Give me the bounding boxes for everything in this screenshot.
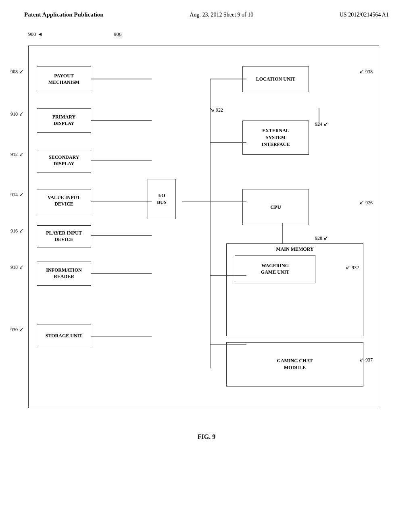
outer-box: PAYOUT MECHANISM 908 ↙ PRIMARY DISPLAY 9… <box>28 46 379 408</box>
header-left: Patent Application Publication <box>24 11 104 18</box>
label-926: ↙ 926 <box>359 199 373 206</box>
value-input-label: VALUE INPUT DEVICE <box>48 195 80 207</box>
gaming-chat-block: GAMING CHAT MODULE <box>226 342 363 387</box>
diagram-area: 900 ◄ 906 ⌒ <box>24 30 389 425</box>
secondary-display-label: SECONDARY DISPLAY <box>49 154 79 167</box>
page-header: Patent Application Publication Aug. 23, … <box>0 0 413 22</box>
primary-display-block: PRIMARY DISPLAY <box>37 108 91 133</box>
io-bus-block: I/O BUS <box>148 179 176 219</box>
external-system-label: EXTERNAL SYSTEM INTERFACE <box>262 127 290 148</box>
main-memory-label: MAIN MEMORY <box>227 246 363 252</box>
location-unit-block: LOCATION UNIT <box>242 66 309 92</box>
page: Patent Application Publication Aug. 23, … <box>0 0 413 532</box>
cpu-label: CPU <box>270 204 281 211</box>
payout-mechanism-block: PAYOUT MECHANISM <box>37 66 91 92</box>
label-914: 914 ↙ <box>10 191 24 198</box>
label-900: 900 ◄ <box>28 31 43 37</box>
storage-unit-label: STORAGE UNIT <box>46 333 82 339</box>
primary-display-label: PRIMARY DISPLAY <box>52 114 76 127</box>
label-928: 928 ↙ <box>315 235 328 241</box>
label-918: 918 ↙ <box>10 264 24 270</box>
io-bus-label: I/O BUS <box>157 192 166 206</box>
secondary-display-block: SECONDARY DISPLAY <box>37 149 91 173</box>
wagering-game-block: WAGERING GAME UNIT <box>235 255 315 283</box>
player-input-label: PLAYER INPUT DEVICE <box>46 230 82 243</box>
figure-label: FIG. 9 <box>0 433 413 441</box>
player-input-block: PLAYER INPUT DEVICE <box>37 225 91 247</box>
gaming-chat-label: GAMING CHAT MODULE <box>277 357 313 371</box>
main-memory-outer-box: MAIN MEMORY WAGERING GAME UNIT ↙ 932 <box>226 243 363 336</box>
label-930: 930 ↙ <box>10 326 24 333</box>
bracket-906: ⌒ <box>116 36 122 43</box>
label-916: 916 ↙ <box>10 227 24 234</box>
value-input-block: VALUE INPUT DEVICE <box>37 189 91 213</box>
label-924: 924 ↙ <box>315 121 328 127</box>
label-938: ↙ 938 <box>359 68 373 75</box>
information-reader-label: INFORMATION READER <box>46 267 81 280</box>
label-912: 912 ↙ <box>10 151 24 158</box>
label-922: ↙ 922 <box>209 106 223 113</box>
storage-unit-block: STORAGE UNIT <box>37 324 91 348</box>
wagering-game-label: WAGERING GAME UNIT <box>261 263 289 275</box>
external-system-block: EXTERNAL SYSTEM INTERFACE <box>242 121 309 155</box>
information-reader-block: INFORMATION READER <box>37 262 91 286</box>
header-center: Aug. 23, 2012 Sheet 9 of 10 <box>190 12 253 18</box>
payout-label: PAYOUT MECHANISM <box>48 73 79 85</box>
header-right: US 2012/0214564 A1 <box>340 12 389 18</box>
cpu-block: CPU <box>242 189 309 225</box>
label-908: 908 ↙ <box>10 68 24 75</box>
location-unit-label: LOCATION UNIT <box>256 76 295 83</box>
label-910: 910 ↙ <box>10 110 24 117</box>
label-937: ↙ 937 <box>359 356 373 363</box>
label-932: ↙ 932 <box>346 264 359 271</box>
